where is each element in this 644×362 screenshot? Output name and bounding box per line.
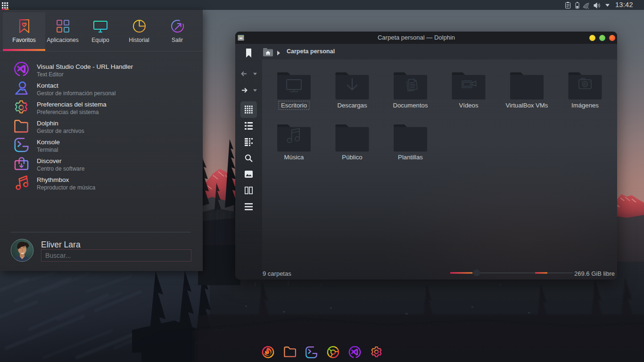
svg-text:Música: Música — [284, 154, 304, 161]
svg-text:Imágenes: Imágenes — [571, 102, 599, 109]
svg-text:Documentos: Documentos — [393, 102, 428, 109]
svg-text:Escritorio: Escritorio — [281, 102, 307, 109]
svg-text:Descargas: Descargas — [337, 102, 367, 109]
svg-text:Público: Público — [342, 154, 362, 161]
svg-text:Vídeos: Vídeos — [459, 102, 478, 109]
svg-text:Plantillas: Plantillas — [398, 154, 423, 161]
svg-text:VirtualBox VMs: VirtualBox VMs — [506, 102, 548, 109]
